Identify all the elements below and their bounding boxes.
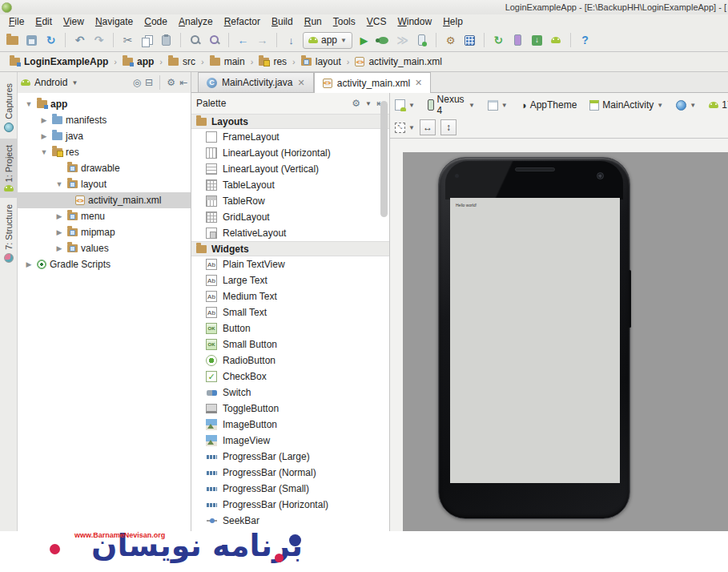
tree-item-gradle-scripts[interactable]: ▶Gradle Scripts [18, 256, 191, 272]
breadcrumb-project[interactable]: LoginExampleApp [6, 54, 111, 69]
palette-item-progressbar-large[interactable]: ProgressBar (Large) [191, 449, 389, 465]
palette-item-medium-text[interactable]: Medium Text [191, 288, 389, 304]
orientation-select[interactable]: ▼ [488, 100, 508, 111]
menu-help[interactable]: Help [437, 15, 469, 28]
avd-manager-button[interactable] [462, 33, 477, 48]
menu-navigate[interactable]: Navigate [90, 15, 139, 28]
replace-button[interactable] [207, 33, 222, 48]
palette-item-switch[interactable]: Switch [191, 385, 389, 401]
palette-item-plain-textview[interactable]: Plain TextView [191, 256, 389, 272]
palette-item-imagebutton[interactable]: ImageButton [191, 417, 389, 433]
tree-item-mipmap[interactable]: ▶mipmap [18, 224, 191, 240]
palette-item-linearlayout-horizontal[interactable]: LinearLayout (Horizontal) [191, 145, 389, 161]
chevron-right-icon[interactable]: ▶ [54, 244, 64, 252]
expand-vertical-button[interactable]: ↕ [440, 119, 457, 135]
device-monitor-button[interactable] [510, 33, 525, 48]
menu-tools[interactable]: Tools [328, 15, 361, 28]
palette-item-large-text[interactable]: Large Text [191, 272, 389, 288]
settings-gear-button[interactable]: ⚙ [167, 77, 175, 88]
breadcrumb-res[interactable]: res [255, 54, 290, 69]
palette-item-progressbar-horizontal[interactable]: ProgressBar (Horizontal) [191, 497, 389, 513]
tree-item-menu[interactable]: ▶menu [18, 208, 191, 224]
debug-button[interactable] [376, 33, 391, 48]
menu-code[interactable]: Code [139, 15, 173, 28]
activity-select[interactable]: MainActivity▼ [589, 99, 663, 111]
chevron-right-icon[interactable]: ▶ [24, 260, 34, 268]
palette-item-small-button[interactable]: Small Button [191, 336, 389, 352]
palette-item-checkbox[interactable]: CheckBox [191, 369, 389, 385]
close-icon[interactable]: ✕ [297, 78, 304, 88]
chevron-right-icon[interactable]: ▶ [54, 228, 64, 236]
chevron-right-icon[interactable]: ▶ [54, 212, 64, 220]
chevron-down-icon[interactable]: ▼ [39, 148, 49, 156]
palette-item-togglebutton[interactable]: ToggleButton [191, 401, 389, 417]
menu-edit[interactable]: Edit [30, 15, 58, 28]
settings-gear-button[interactable]: ⚙ [352, 98, 360, 109]
palette-item-tablerow[interactable]: TableRow [191, 193, 389, 209]
palette-item-radiobutton[interactable]: RadioButton [191, 352, 389, 369]
palette-item-relativelayout[interactable]: RelativeLayout [191, 225, 389, 241]
chevron-down-icon[interactable]: ▼ [71, 79, 78, 87]
run-button[interactable]: ▶ [356, 33, 372, 48]
palette-item-small-text[interactable]: Small Text [191, 304, 389, 320]
palette-section-widgets[interactable]: Widgets [191, 241, 389, 256]
zoom-fit-button[interactable]: ⤡▼ [395, 123, 415, 133]
locate-file-button[interactable]: ◎ [133, 77, 141, 88]
sync-button[interactable]: ↻ [43, 33, 58, 48]
chevron-down-icon[interactable]: ▼ [24, 100, 34, 108]
breadcrumb-src[interactable]: src [165, 54, 199, 69]
redo-button[interactable]: ↷ [91, 33, 107, 48]
find-button[interactable] [187, 33, 203, 48]
gradle-sync-button[interactable]: ↻ [491, 33, 506, 48]
device-select[interactable]: Nexus 4▼ [428, 94, 475, 116]
tree-item-manifests[interactable]: ▶manifests [18, 112, 191, 128]
palette-item-framelayout[interactable]: FrameLayout [191, 129, 389, 145]
tab-activity-main-xml[interactable]: <> activity_main.xml ✕ [314, 72, 432, 93]
cut-button[interactable]: ✂ [120, 33, 135, 48]
coverage-button[interactable]: ≫ [395, 33, 410, 48]
menu-vcs[interactable]: VCS [361, 15, 392, 28]
close-icon[interactable]: ✕ [415, 78, 422, 88]
chevron-right-icon[interactable]: ▶ [39, 116, 49, 124]
project-view-selector[interactable]: Android [34, 77, 67, 88]
breadcrumb-layout[interactable]: layout [298, 54, 344, 69]
chevron-down-icon[interactable]: ▼ [365, 100, 372, 107]
project-structure-button[interactable]: ⚙ [443, 33, 458, 48]
menu-refactor[interactable]: Refactor [219, 15, 266, 28]
palette-item-progressbar-normal[interactable]: ProgressBar (Normal) [191, 465, 389, 481]
palette-item-progressbar-small[interactable]: ProgressBar (Small) [191, 481, 389, 497]
tool-tab-captures[interactable]: Captures [0, 77, 18, 139]
breadcrumb-app[interactable]: app [119, 54, 157, 69]
save-all-button[interactable] [24, 33, 39, 48]
preview-screen[interactable]: Hello world! [450, 198, 620, 483]
palette-item-gridlayout[interactable]: GridLayout [191, 209, 389, 225]
sdk-manager-button[interactable]: ↓ [529, 33, 545, 48]
help-button[interactable]: ? [577, 33, 593, 48]
palette-item-imageview[interactable]: ImageView [191, 433, 389, 449]
locale-select[interactable]: ▼ [676, 100, 696, 111]
tree-item-java[interactable]: ▶java [18, 128, 191, 144]
palette-item-button[interactable]: Button [191, 320, 389, 336]
tab-mainactivity-java[interactable]: C MainActivity.java ✕ [198, 72, 314, 92]
configuration-button[interactable]: ▼ [395, 99, 415, 111]
menu-run[interactable]: Run [299, 15, 328, 28]
menu-file[interactable]: File [3, 15, 30, 28]
paste-button[interactable] [159, 33, 174, 48]
tree-item-res[interactable]: ▼res [18, 144, 191, 160]
chevron-right-icon[interactable]: ▶ [39, 132, 49, 140]
tool-tab-structure[interactable]: 7: Structure [0, 198, 18, 269]
hello-world-text[interactable]: Hello world! [456, 203, 477, 207]
navigate-forward-button[interactable]: → [255, 33, 270, 48]
menu-window[interactable]: Window [392, 15, 437, 28]
tree-item-drawable[interactable]: drawable [18, 160, 191, 176]
android-monitor-button[interactable] [549, 33, 564, 48]
collapse-all-button[interactable]: ⊟ [145, 77, 153, 88]
chevron-down-icon[interactable]: ▼ [54, 180, 64, 188]
expand-horizontal-button[interactable]: ↔ [420, 119, 436, 135]
tree-item-values[interactable]: ▶values [18, 240, 191, 256]
palette-scrollbar[interactable] [380, 101, 388, 217]
menu-build[interactable]: Build [266, 15, 299, 28]
palette-item-tablelayout[interactable]: TableLayout [191, 177, 389, 193]
hide-panel-button[interactable]: ⇤ [179, 77, 187, 88]
open-file-button[interactable] [5, 33, 20, 48]
